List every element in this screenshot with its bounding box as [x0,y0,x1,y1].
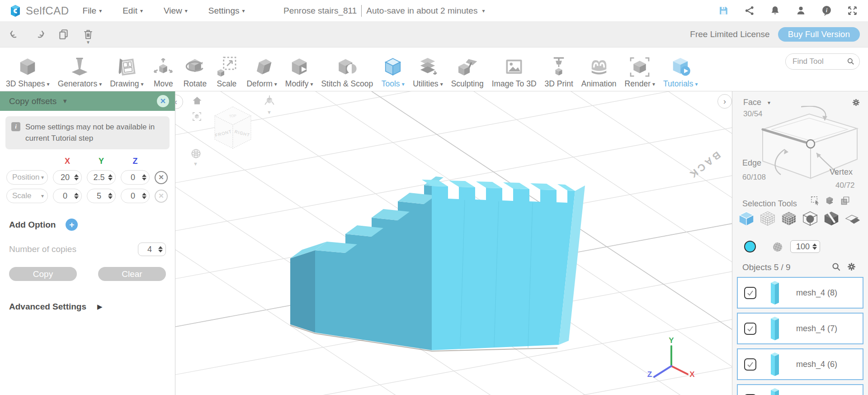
search-icon[interactable] [846,57,855,66]
value-input-x[interactable]: 0 [53,189,82,203]
toolbar-item[interactable]: Generators▾ [54,56,106,91]
axis-triad: Y X Z [645,337,704,389]
menu-item[interactable]: File▾ [83,6,102,16]
selection-mode-button[interactable] [759,210,776,227]
buy-full-version-button[interactable]: Buy Full Version [778,27,860,42]
chevron-down-icon[interactable]: ▾ [482,8,485,14]
vertex-label[interactable]: Vertex [830,167,853,177]
toolbar-item[interactable]: Image To 3D [488,56,541,91]
value-input-x[interactable]: 20 [53,170,82,185]
object-list-item[interactable]: mesh_4 (8) [737,277,863,309]
toolbar-item[interactable]: Sculpting [447,56,488,91]
view-cube[interactable]: TOP FRONT RIGHT [209,103,257,154]
stepper-control[interactable] [812,243,817,250]
toolbar-item[interactable]: Move [147,56,179,91]
material-color-swatch[interactable] [744,241,756,252]
axis-view-icon[interactable] [263,94,276,107]
add-option-button[interactable]: + [66,219,78,231]
advanced-settings-toggle[interactable]: Advanced Settings ▶ [9,302,175,312]
user-icon[interactable] [795,5,807,16]
panel-header[interactable]: Copy offsets ▼ ✕ [0,91,175,111]
copy-button[interactable]: Copy [9,267,77,281]
objects-list: mesh_4 (8)mesh_4 (7)mesh_4 (6) [737,277,863,395]
object-list-item[interactable]: mesh_4 (7) [737,313,863,344]
selection-tools-icons [810,195,850,206]
toolbar-item[interactable]: 3D Shapes▾ [2,56,54,91]
search-icon[interactable] [831,262,841,272]
value-input-y[interactable]: 2.5 [87,170,116,185]
stitch-icon [335,56,359,78]
axis-y-label: Y [669,337,674,345]
chevron-down-icon[interactable]: ▼ [62,98,68,105]
toolbar-item[interactable]: Tutorials▾ [659,56,702,91]
tolerance-input[interactable]: 100 [790,240,820,253]
object-visibility-checkbox[interactable] [744,358,756,371]
value-input-z[interactable]: 0 [121,170,150,185]
chevron-down-icon[interactable]: ▾ [768,100,770,105]
home-view-icon[interactable] [192,95,203,106]
chevron-down-icon: ▾ [242,8,245,14]
stepper-control[interactable] [142,193,146,199]
selection-mode-button[interactable] [780,210,797,227]
stepper-control[interactable] [108,193,113,199]
selection-mode-button[interactable] [823,210,840,227]
stepper-control[interactable] [142,174,146,181]
selection-mode-button[interactable] [738,210,755,227]
toolbar-item[interactable]: Utilities▾ [409,56,447,91]
object-visibility-checkbox[interactable] [744,287,756,299]
edge-label[interactable]: Edge [742,158,761,168]
stepper-control[interactable] [108,174,113,181]
toolbar-item[interactable]: Tools▾ [377,56,409,91]
tutorial-info-message: i Some settings may not be available in … [5,116,170,149]
bell-icon[interactable] [769,5,781,16]
chevron-down-icon: ▾ [140,8,143,14]
penrose-stairs-model[interactable] [290,176,585,351]
clear-button[interactable]: Clear [98,267,166,281]
object-list-item[interactable]: mesh_4 (6) [737,348,863,380]
menu-item[interactable]: View▾ [164,6,188,16]
value-input-z[interactable]: 0 [121,189,150,203]
app-logo[interactable]: SelfCAD [8,4,69,18]
toolbar-item[interactable]: Scale [211,56,242,91]
viewport-3d[interactable]: TOP FRONT RIGHT ▼ ▼ ‹ › BACK Y X Z [175,91,732,395]
toolbar-item[interactable]: Modify▾ [281,56,317,91]
close-panel-button[interactable]: ✕ [157,95,169,107]
chevron-down-icon[interactable]: ▼ [86,40,90,45]
offset-type-dropdown[interactable]: Position▾ [6,170,48,185]
value-input-y[interactable]: 5 [87,189,116,203]
document-title[interactable]: Penrose stairs_811 [283,6,357,16]
selection-mode-button[interactable] [844,210,861,227]
object-list-item[interactable] [737,384,863,395]
stepper-control[interactable] [158,246,163,252]
object-thumbnail [768,351,781,377]
object-visibility-checkbox[interactable] [744,323,756,335]
fullscreen-icon[interactable] [847,5,858,16]
info-icon[interactable]: i [821,5,832,16]
copies-input[interactable]: 4 [138,243,166,256]
save-icon[interactable] [718,5,729,16]
selection-mode-button[interactable] [802,210,819,227]
toolbar-item[interactable]: Deform▾ [242,56,281,91]
menu-item[interactable]: Settings▾ [208,6,245,16]
toolbar-item[interactable]: 3D Print [541,56,577,91]
offset-type-dropdown[interactable]: Scale▾ [6,189,48,203]
autosave-status[interactable]: Auto-save in about 2 minutes [366,6,477,16]
menu-item[interactable]: Edit▾ [123,6,143,16]
chevron-down-icon[interactable]: ▼ [267,109,272,115]
toolbar-item[interactable]: Rotate [179,56,211,91]
toolbar-item[interactable]: Drawing▾ [106,56,147,91]
toolbar-item[interactable]: Stitch & Scoop [317,56,377,91]
gear-icon[interactable] [846,262,857,272]
remove-offset-button[interactable]: ✕ [155,171,168,184]
share-icon[interactable] [744,5,755,16]
checker-sphere-icon[interactable] [772,242,783,252]
orbit-globe-icon[interactable] [190,148,202,160]
remove-offset-button[interactable]: ✕ [155,190,168,203]
toolbar-item[interactable]: Animation [577,56,621,91]
zoom-to-fit-icon[interactable] [192,111,202,122]
stepper-control[interactable] [74,174,79,181]
toolbar-item[interactable]: Render▾ [621,56,659,91]
stepper-control[interactable] [74,193,79,199]
chevron-down-icon[interactable]: ▼ [193,161,198,167]
expand-right-panel-button[interactable]: › [717,94,732,109]
